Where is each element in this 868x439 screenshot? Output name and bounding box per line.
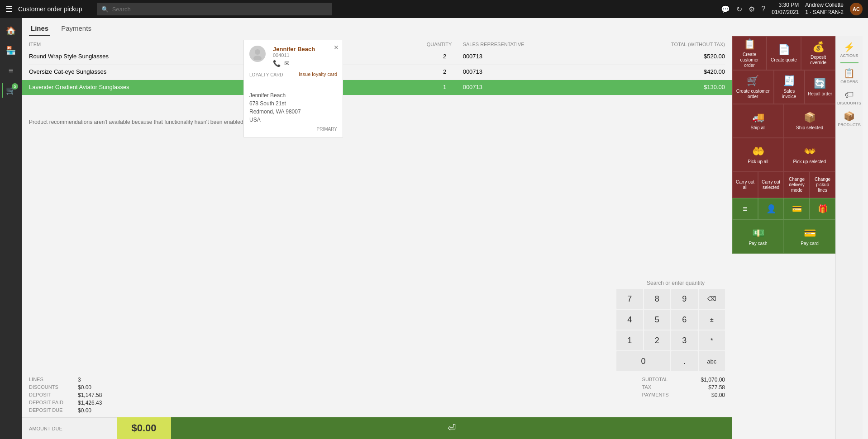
products-button[interactable]: 📦 PRODUCTS [838, 109, 861, 129]
lines-value: 3 [78, 377, 81, 383]
tile-recall-order[interactable]: 🔄 Recall order [805, 70, 835, 104]
numpad-multiply[interactable]: * [699, 330, 725, 350]
tile-icon-equal[interactable]: ≡ [732, 198, 758, 220]
discounts-label: DISCOUNTS [29, 384, 74, 391]
tile-ship-selected[interactable]: 📦 Ship selected [784, 104, 835, 138]
refresh-icon[interactable]: ↻ [736, 5, 742, 14]
enter-button[interactable]: ⏎ [171, 417, 732, 439]
pickup-all-icon: 🤲 [752, 146, 764, 157]
tile-pay-cash[interactable]: 💵 Pay cash [732, 220, 784, 254]
actions-label: ACTIONS [840, 53, 858, 58]
numpad-3[interactable]: 3 [671, 330, 698, 350]
numpad-dot[interactable]: . [671, 351, 698, 371]
table-row[interactable]: Oversize Cat-eye Sunglasses 2 000713 $42… [29, 65, 725, 80]
customer-name: Jennifer Beach [273, 46, 315, 52]
table-row[interactable]: Round Wrap Style Sunglasses 2 000713 $52… [29, 49, 725, 65]
recall-order-label: Recall order [808, 91, 832, 97]
tile-ship-all[interactable]: 🚚 Ship all [732, 104, 784, 138]
item-rep: 000713 [463, 53, 526, 61]
hamburger-menu[interactable]: ☰ [5, 4, 13, 14]
col-sales-rep: SALES REPRESENTATIVE [463, 42, 526, 47]
item-rep: 000713 [463, 68, 526, 76]
item-total: $420.00 [526, 68, 725, 76]
topbar: ☰ Customer order pickup 🔍 💬 ↻ ⚙ ? 3:30 P… [0, 0, 868, 18]
numpad-0[interactable]: 0 [616, 351, 670, 371]
customer-panel-close[interactable]: ✕ [334, 44, 339, 51]
discounts-label: DISCOUNTS [837, 101, 861, 105]
col-total: TOTAL (WITHOUT TAX) [526, 42, 725, 47]
ship-all-label: Ship all [751, 125, 766, 131]
sidebar-item-home[interactable]: 🏠 [2, 22, 20, 40]
phone-icon[interactable]: 📞 [273, 60, 281, 67]
products-label: PRODUCTS [838, 123, 861, 127]
search-input[interactable] [112, 6, 328, 13]
payments-value: $0.00 [711, 392, 725, 398]
tab-payments[interactable]: Payments [59, 22, 93, 36]
tile-create-customer-order[interactable]: 📋 Create customer order [732, 36, 767, 70]
time-display: 3:30 PM 01/07/2021 [772, 2, 799, 16]
create-customer-order-label: Create customer order [734, 52, 764, 68]
settings-icon[interactable]: ⚙ [749, 5, 755, 14]
actions-icon: ⚡ [844, 42, 855, 52]
table-row-selected[interactable]: Lavender Gradient Aviator Sunglasses 1 0… [22, 80, 732, 95]
numpad-4[interactable]: 4 [616, 310, 643, 330]
sidebar-item-menu[interactable]: ≡ [2, 61, 20, 80]
tile-icon-person[interactable]: 👤 [758, 198, 784, 220]
payments-label: PAYMENTS [642, 392, 687, 398]
numpad-plusminus[interactable]: ± [699, 310, 725, 330]
discounts-icon: 🏷 [845, 90, 854, 100]
tile-create-customer-order-2[interactable]: 🛒 Create customer order [732, 70, 774, 104]
tile-deposit-override[interactable]: 💰 Deposit override [801, 36, 835, 70]
email-icon[interactable]: ✉ [284, 60, 290, 67]
tile-pickup-all[interactable]: 🤲 Pick up all [732, 138, 784, 172]
tile-icon-card[interactable]: 💳 [784, 198, 810, 220]
sidebar-item-store[interactable]: 🏪 [2, 42, 20, 60]
deposit-value: $1,147.58 [78, 392, 102, 398]
tile-carry-out-all[interactable]: Carry out all [732, 172, 758, 198]
chat-icon[interactable]: 💬 [721, 5, 730, 14]
discounts-value: $0.00 [78, 384, 91, 391]
tile-create-quote[interactable]: 📄 Create quote [767, 36, 801, 70]
numpad-8[interactable]: 8 [644, 289, 671, 309]
actions-button[interactable]: ⚡ ACTIONS [838, 40, 861, 60]
topbar-right: 💬 ↻ ⚙ ? 3:30 PM 01/07/2021 Andrew Collet… [721, 2, 863, 16]
numpad-7[interactable]: 7 [616, 289, 643, 309]
help-icon[interactable]: ? [761, 5, 765, 13]
tile-carry-out-selected[interactable]: Carry out selected [758, 172, 784, 198]
tile-pay-card[interactable]: 💳 Pay card [784, 220, 835, 254]
summary-right-col: SUBTOTAL $1,070.00 TAX $77.58 PAYMENTS $… [642, 377, 725, 414]
discounts-button[interactable]: 🏷 DISCOUNTS [838, 88, 861, 107]
numpad-5[interactable]: 5 [644, 310, 671, 330]
tile-pickup-selected[interactable]: 👐 Pick up selected [784, 138, 835, 172]
numpad-6[interactable]: 6 [671, 310, 698, 330]
tile-change-delivery-mode[interactable]: Change delivery mode [784, 172, 810, 198]
pickup-all-label: Pick up all [748, 159, 768, 165]
carry-out-all-label: Carry out all [734, 179, 756, 190]
issue-loyalty-button[interactable]: Issue loyalty card [299, 71, 337, 77]
tile-row-3: 🚚 Ship all 📦 Ship selected [732, 104, 835, 138]
sidebar-item-orders[interactable]: 🛒 5 [2, 81, 20, 99]
tile-change-pickup-lines[interactable]: Change pickup lines [810, 172, 835, 198]
create-quote-label: Create quote [771, 57, 797, 63]
orders-badge: 5 [12, 83, 18, 90]
tile-sales-invoice[interactable]: 🧾 Sales invoice [774, 70, 805, 104]
tile-icon-gift[interactable]: 🎁 [810, 198, 835, 220]
amount-due-bar: AMOUNT DUE $0.00 ⏎ [22, 417, 732, 439]
deposit-override-icon: 💰 [812, 41, 825, 53]
avatar[interactable]: AC [850, 3, 863, 15]
numpad-abc[interactable]: abc [699, 351, 725, 371]
svg-point-0 [255, 49, 260, 55]
bottom-summary: LINES 3 DISCOUNTS $0.00 DEPOSIT $1,147.5… [22, 373, 732, 417]
orders-button[interactable]: 📋 ORDERS [838, 66, 861, 86]
content-wrapper: Lines Payments ITEM QUANTITY SALES REPRE… [22, 18, 868, 439]
numpad-2[interactable]: 2 [644, 330, 671, 350]
item-name: Oversize Cat-eye Sunglasses [29, 68, 427, 76]
search-bar[interactable]: 🔍 [97, 3, 332, 15]
user-name: Andrew Collette 1 · SANFRAN-2 [805, 2, 844, 16]
numpad-backspace[interactable]: ⌫ [699, 289, 725, 309]
numpad-1[interactable]: 1 [616, 330, 643, 350]
tab-lines[interactable]: Lines [29, 22, 50, 36]
amount-due-value: $0.00 [117, 417, 171, 439]
ship-all-icon: 🚚 [752, 112, 764, 123]
numpad-9[interactable]: 9 [671, 289, 698, 309]
